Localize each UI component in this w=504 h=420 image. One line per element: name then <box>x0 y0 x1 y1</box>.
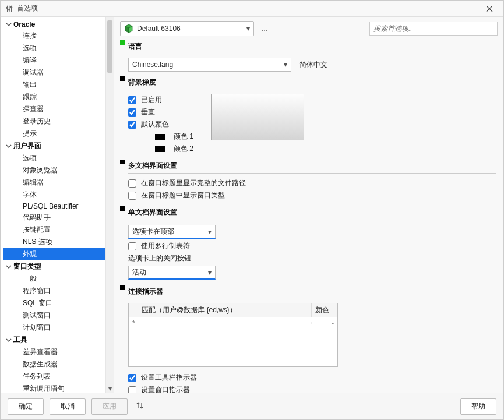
chevron-down-icon: ▾ <box>208 269 212 277</box>
group-label: Oracle <box>13 20 35 29</box>
node-appearance[interactable]: 外观 <box>3 248 105 260</box>
node-test-window[interactable]: 测试窗口 <box>3 309 105 322</box>
sort-toggle-icon[interactable] <box>133 401 146 411</box>
search-input[interactable] <box>373 22 494 35</box>
gradient-enabled-label: 已启用 <box>141 95 162 105</box>
node-plan-window[interactable]: 计划窗口 <box>3 322 105 334</box>
node-connection[interactable]: 连接 <box>3 30 105 42</box>
node-diff-viewer[interactable]: 差异查看器 <box>3 346 105 358</box>
color2-label: 颜色 2 <box>174 144 193 154</box>
node-trace[interactable]: 跟踪 <box>3 91 105 103</box>
col-color: 颜色 <box>312 303 337 317</box>
node-recall[interactable]: 重新调用语句 <box>3 383 105 393</box>
node-profiler[interactable]: 探查器 <box>3 103 105 115</box>
main-toolbar: Default 63106 ▾ … <box>114 17 503 40</box>
gradient-default-label: 默认颜色 <box>141 119 169 129</box>
color1-swatch[interactable] <box>155 134 165 140</box>
ind-toolbar-checkbox[interactable] <box>128 374 136 382</box>
node-fonts[interactable]: 字体 <box>3 189 105 201</box>
group-window-types[interactable]: 窗口类型 <box>3 260 105 273</box>
chevron-down-icon: ▾ <box>284 61 287 69</box>
database-cube-icon <box>124 24 133 33</box>
table-row[interactable]: * ··· <box>129 317 337 329</box>
section-marker-icon <box>120 285 125 290</box>
gradient-vertical-checkbox[interactable] <box>128 108 136 117</box>
connection-label: Default 63106 <box>137 24 243 33</box>
mdi-fullpath-label: 在窗口标题里显示完整的文件路径 <box>141 178 246 188</box>
group-tools[interactable]: 工具 <box>3 334 105 346</box>
color-cell-button[interactable]: ··· <box>312 318 337 329</box>
window-title: 首选项 <box>17 3 38 13</box>
apply-button[interactable]: 应用 <box>91 398 128 415</box>
close-button[interactable] <box>480 1 499 16</box>
section-marker-icon <box>120 206 125 211</box>
group-ui[interactable]: 用户界面 <box>3 140 105 152</box>
mdi-showtype-label: 在窗口标题中显示窗口类型 <box>141 190 225 200</box>
connection-browse-button[interactable]: … <box>259 24 270 33</box>
scroll-down-icon[interactable]: ▾ <box>106 384 114 393</box>
node-hints[interactable]: 提示 <box>3 128 105 140</box>
connection-select[interactable]: Default 63106 ▾ <box>120 21 254 36</box>
settings-icon <box>5 5 13 13</box>
sdi-close-label: 选项卡上的关闭按钮 <box>128 253 191 263</box>
mdi-fullpath-checkbox[interactable] <box>128 179 136 188</box>
svg-point-4 <box>9 9 10 10</box>
preferences-window: 首选项 Oracle 连接 选项 编译 调试器 输出 跟踪 探查器 登录历史 提… <box>0 0 504 420</box>
language-file-select[interactable]: Chinese.lang ▾ <box>128 58 291 72</box>
gradient-default-checkbox[interactable] <box>128 121 136 129</box>
node-compile[interactable]: 编译 <box>3 54 105 66</box>
node-todo-list[interactable]: 任务列表 <box>3 370 105 383</box>
section-conn-indicators: 连接指示器 匹配（用户@数据库 {ed,ws}） 颜色 * ··· <box>118 285 496 393</box>
ind-window-checkbox[interactable] <box>128 386 136 393</box>
node-key-config[interactable]: 按键配置 <box>3 224 105 236</box>
node-general[interactable]: 一般 <box>3 273 105 285</box>
help-button[interactable]: 帮助 <box>460 398 496 415</box>
group-oracle[interactable]: Oracle <box>3 19 105 30</box>
section-marker-icon <box>120 40 125 45</box>
node-output[interactable]: 输出 <box>3 79 105 91</box>
node-beautifier[interactable]: PL/SQL Beautifier <box>3 201 105 211</box>
node-ui-options[interactable]: 选项 <box>3 152 105 164</box>
node-code-assist[interactable]: 代码助手 <box>3 211 105 224</box>
ind-window-label: 设置窗口指示器 <box>141 385 190 393</box>
language-file-value: Chinese.lang <box>132 61 173 69</box>
node-data-generator[interactable]: 数据生成器 <box>3 358 105 370</box>
language-name: 简体中文 <box>299 60 327 70</box>
chevron-down-icon: ▾ <box>208 228 212 236</box>
chevron-down-icon <box>5 264 12 270</box>
settings-content: 语言 Chinese.lang ▾ 简体中文 背景梯度 <box>114 40 503 393</box>
dialog-footer: 确定 取消 应用 帮助 <box>1 393 503 419</box>
chevron-down-icon <box>5 22 12 27</box>
node-program-window[interactable]: 程序窗口 <box>3 285 105 297</box>
row-marker: * <box>129 318 138 329</box>
tabs-position-select[interactable]: 选项卡在顶部 ▾ <box>128 225 216 239</box>
category-sidebar: Oracle 连接 选项 编译 调试器 输出 跟踪 探查器 登录历史 提示 用户… <box>1 17 114 393</box>
heading-sdi: 单文档界面设置 <box>128 206 496 220</box>
section-marker-icon <box>120 160 125 164</box>
group-label: 窗口类型 <box>13 262 41 271</box>
gradient-enabled-checkbox[interactable] <box>128 96 136 104</box>
node-editor[interactable]: 编辑器 <box>3 177 105 189</box>
close-button-value: 活动 <box>132 267 146 277</box>
ok-button[interactable]: 确定 <box>8 398 44 415</box>
sdi-multiline-checkbox[interactable] <box>128 242 136 250</box>
section-language: 语言 Chinese.lang ▾ 简体中文 <box>118 40 496 72</box>
close-button-select[interactable]: 活动 ▾ <box>128 266 216 280</box>
node-sql-window[interactable]: SQL 窗口 <box>3 297 105 309</box>
category-tree: Oracle 连接 选项 编译 调试器 输出 跟踪 探查器 登录历史 提示 用户… <box>1 17 105 393</box>
node-debugger[interactable]: 调试器 <box>3 66 105 79</box>
cancel-button[interactable]: 取消 <box>50 398 86 415</box>
scroll-thumb[interactable] <box>107 20 112 73</box>
col-corner <box>129 303 138 317</box>
color2-swatch[interactable] <box>155 146 165 152</box>
match-cell[interactable] <box>138 322 312 324</box>
node-logon-history[interactable]: 登录历史 <box>3 115 105 128</box>
chevron-down-icon <box>5 143 12 149</box>
mdi-showtype-checkbox[interactable] <box>128 192 136 200</box>
node-nls-options[interactable]: NLS 选项 <box>3 236 105 248</box>
node-object-browser[interactable]: 对象浏览器 <box>3 164 105 177</box>
sidebar-scrollbar[interactable]: ▴ ▾ <box>105 17 114 393</box>
gradient-preview <box>211 94 304 140</box>
node-options[interactable]: 选项 <box>3 42 105 54</box>
group-label: 用户界面 <box>13 141 41 151</box>
